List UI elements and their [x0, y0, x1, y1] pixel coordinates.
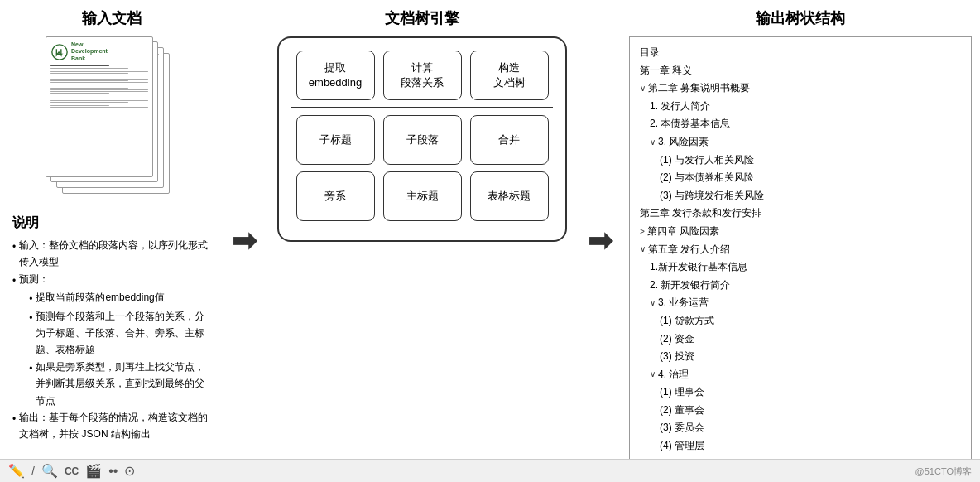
cc-icon[interactable]: CC: [65, 465, 79, 477]
tree-item-ch5-3-1-text: (1) 贷款方式: [660, 312, 714, 330]
engine-row-3: 旁系 主标题 表格标题: [291, 171, 553, 221]
ndb-logo-icon: [50, 43, 69, 61]
tree-item-ch2-3-3-text: (3) 与跨境发行相关风险: [660, 187, 764, 205]
tree-item-toc: 目录: [640, 44, 961, 62]
bullet-2: •: [12, 272, 16, 289]
sub-text-3: 如果是旁系类型，则再往上找父节点，并判断其层级关系，直到找到最终的父节点: [36, 359, 211, 409]
tree-item-ch2-2: 2. 本债券基本信息: [640, 115, 961, 133]
tree-item-ch5-4-1-text: (1) 理事会: [660, 383, 704, 402]
svg-point-0: [52, 44, 67, 59]
tree-item-ch5-2: 2. 新开发银行简介: [640, 277, 961, 295]
tree-item-ch5-4-4: (4) 管理层: [640, 437, 961, 455]
engine-cell-merge: 合并: [470, 115, 549, 165]
sub-bullet-2: •: [29, 310, 32, 326]
tree-item-ch5-4-1: (1) 理事会: [640, 383, 961, 402]
engine-cell-sibling: 旁系: [296, 171, 375, 221]
tree-item-ch5-4-3: (3) 委员会: [640, 419, 961, 437]
desc-item-output: • 输出：基于每个段落的情况，构造该文档的文档树，并按 JSON 结构输出: [12, 409, 211, 443]
doc-logo-text: NewDevelopmentBank: [71, 41, 108, 62]
tree-item-ch5-4-3-text: (3) 委员会: [660, 419, 704, 437]
bullet-1: •: [12, 239, 16, 255]
engine-cell-main: 主标题: [383, 171, 462, 221]
tree-item-ch2: ∨ 第二章 募集说明书概要: [640, 80, 961, 98]
arrow-2-container: ➡: [579, 8, 621, 474]
tree-item-ch5-3-2-text: (2) 资金: [660, 330, 694, 349]
input-section: 输入文档: [0, 8, 223, 474]
arrow-2-icon: ➡: [588, 224, 612, 258]
tree-item-ch5-1-text: 1.新开发银行基本信息: [650, 258, 747, 277]
tree-item-ch2-3-2-text: (2) 与本债券相关风险: [660, 169, 754, 187]
camera-icon[interactable]: 🎬: [85, 463, 102, 479]
tree-item-ch2-3: ∨ 3. 风险因素: [640, 133, 961, 152]
sub-text-2: 预测每个段落和上一个段落的关系，分为子标题、子段落、合并、旁系、主标题、表格标题: [36, 308, 211, 359]
ch2-3-toggle: ∨: [650, 135, 656, 150]
edit-icon[interactable]: ✏️: [8, 463, 25, 479]
desc-item-predict: • 预测： • 提取当前段落的embedding值 • 预测每个段落和: [12, 271, 211, 409]
desc-text-input: 输入：整份文档的段落内容，以序列化形式传入模型: [19, 237, 211, 271]
sub-item-2: • 预测每个段落和上一个段落的关系，分为子标题、子段落、合并、旁系、主标题、表格…: [29, 308, 211, 359]
dots-icon[interactable]: ••: [108, 464, 118, 479]
desc-title: 说明: [12, 214, 211, 232]
tree-item-ch2-1: 1. 发行人简介: [640, 98, 961, 116]
tree-item-ch4: > 第四章 风险因素: [640, 223, 961, 241]
search-icon[interactable]: 🔍: [41, 463, 58, 479]
engine-cell-extract: 提取embedding: [296, 51, 375, 100]
tree-item-ch5-3-text: 3. 业务运营: [658, 294, 709, 312]
sub-text-1: 提取当前段落的embedding值: [36, 289, 164, 306]
output-section: 输出树状结构 目录 第一章 释义 ∨ 第二章 募集说明书概要 1. 发行人简介 …: [621, 8, 980, 474]
tree-item-ch1-text: 第一章 释义: [640, 62, 692, 80]
tree-item-ch5-2-text: 2. 新开发银行简介: [650, 277, 730, 295]
tree-item-ch2-2-text: 2. 本债券基本信息: [650, 115, 730, 133]
desc-predict-block: 预测： • 提取当前段落的embedding值 • 预测每个段落和上一个段落的关…: [19, 271, 211, 409]
doc-page-front: NewDevelopmentBank: [46, 36, 153, 177]
ch2-toggle: ∨: [640, 81, 646, 96]
engine-cell-subtitle: 子标题: [296, 115, 375, 165]
ch5-3-toggle: ∨: [650, 296, 656, 311]
tree-item-ch5-4-2: (2) 董事会: [640, 402, 961, 420]
tree-item-ch2-3-1: (1) 与发行人相关风险: [640, 152, 961, 170]
tree-item-ch5: ∨ 第五章 发行人介绍: [640, 241, 961, 259]
tree-structure-box: 目录 第一章 释义 ∨ 第二章 募集说明书概要 1. 发行人简介 2. 本债券基…: [629, 36, 972, 474]
desc-text-output: 输出：基于每个段落的情况，构造该文档的文档树，并按 JSON 结构输出: [19, 409, 211, 443]
tree-item-ch2-3-3: (3) 与跨境发行相关风险: [640, 187, 961, 205]
arrow-1-icon: ➡: [232, 224, 257, 258]
sub-item-3: • 如果是旁系类型，则再往上找父节点，并判断其层级关系，直到找到最终的父节点: [29, 359, 211, 409]
ch4-toggle: >: [640, 224, 645, 239]
bullet-3: •: [12, 411, 16, 427]
tree-item-ch5-3: ∨ 3. 业务运营: [640, 294, 961, 312]
engine-cell-table: 表格标题: [470, 171, 549, 221]
tree-item-ch5-4-2-text: (2) 董事会: [660, 402, 704, 420]
tree-item-ch4-text: 第四章 风险因素: [647, 223, 719, 241]
desc-text-predict: 预测：: [19, 273, 49, 285]
tree-item-ch2-3-1-text: (1) 与发行人相关风险: [660, 152, 754, 170]
desc-list: • 输入：整份文档的段落内容，以序列化形式传入模型 • 预测： • 提取当前段落…: [12, 237, 211, 443]
tree-item-ch5-1: 1.新开发银行基本信息: [640, 258, 961, 277]
slash-icon[interactable]: /: [31, 465, 35, 478]
document-stack: NewDevelopmentBank: [46, 36, 178, 202]
arrow-1-container: ➡: [223, 8, 265, 474]
engine-row-2: 子标题 子段落 合并: [291, 115, 553, 165]
sub-bullet-3: •: [29, 360, 32, 377]
desc-sublist: • 提取当前段落的embedding值 • 预测每个段落和上一个段落的关系，分为…: [29, 289, 211, 409]
ch5-4-toggle: ∨: [650, 367, 656, 382]
engine-cell-calc: 计算段落关系: [383, 51, 462, 100]
desc-item-input: • 输入：整份文档的段落内容，以序列化形式传入模型: [12, 237, 211, 271]
input-title: 输入文档: [12, 8, 211, 28]
bottom-bar: ✏️ / 🔍 CC 🎬 •• ⊙ @51CTO博客: [0, 459, 980, 482]
doc-logo: NewDevelopmentBank: [50, 41, 148, 62]
tree-item-ch5-text: 第五章 发行人介绍: [648, 241, 730, 259]
engine-title: 文档树引擎: [385, 8, 459, 28]
output-title: 输出树状结构: [629, 8, 972, 28]
sub-bullet-1: •: [29, 291, 32, 307]
tree-item-ch2-text: 第二章 募集说明书概要: [648, 80, 750, 98]
tree-item-ch2-1-text: 1. 发行人简介: [650, 98, 710, 116]
tree-item-ch3: 第三章 发行条款和发行安排: [640, 205, 961, 223]
tree-item-toc-text: 目录: [640, 44, 660, 62]
tree-item-ch1: 第一章 释义: [640, 62, 961, 80]
tree-item-ch2-3-2: (2) 与本债券相关风险: [640, 169, 961, 187]
engine-section: 文档树引擎 提取embedding 计算段落关系 构造文档树 子标题 子段落 合…: [265, 8, 579, 474]
ch5-toggle: ∨: [640, 242, 646, 257]
tree-item-ch5-4-4-text: (4) 管理层: [660, 437, 704, 455]
circle-icon[interactable]: ⊙: [124, 463, 135, 479]
sub-item-1: • 提取当前段落的embedding值: [29, 289, 211, 307]
